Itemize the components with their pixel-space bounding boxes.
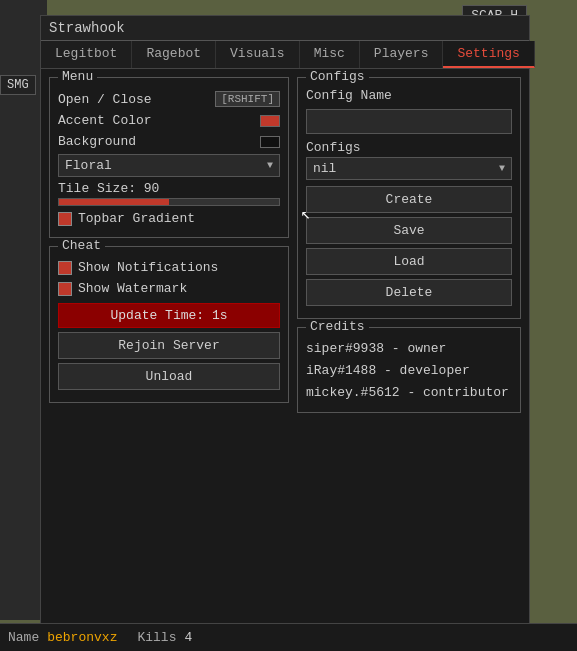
credits-text: siper#9938 - owner iRay#1488 - developer… bbox=[306, 338, 512, 404]
configs-label: Configs bbox=[306, 140, 512, 155]
accent-color-row: Accent Color bbox=[58, 110, 280, 131]
topbar-gradient-checkbox[interactable] bbox=[58, 212, 72, 226]
kills-value: 4 bbox=[184, 630, 192, 645]
show-notifications-label: Show Notifications bbox=[78, 260, 218, 275]
show-watermark-label: Show Watermark bbox=[78, 281, 187, 296]
configs-dropdown[interactable]: nil ▼ bbox=[306, 157, 512, 180]
tab-settings[interactable]: Settings bbox=[443, 41, 534, 68]
accent-color-swatch[interactable] bbox=[260, 115, 280, 127]
load-button[interactable]: Load bbox=[306, 248, 512, 275]
content-area: Menu Open / Close [RSHIFT] Accent Color … bbox=[41, 69, 529, 619]
configs-group: Configs Config Name Configs nil ▼ Create… bbox=[297, 77, 521, 319]
kills-label: Kills bbox=[137, 630, 176, 645]
smg-label: SMG bbox=[0, 75, 36, 95]
floral-dropdown[interactable]: Floral ▼ bbox=[58, 154, 280, 177]
status-kills-item: Kills 4 bbox=[137, 630, 192, 645]
credits-line3: mickey.#5612 - contributor bbox=[306, 382, 512, 404]
update-time-button[interactable]: Update Time: 1s bbox=[58, 303, 280, 328]
status-bar: Name bebronvxz Kills 4 bbox=[0, 623, 577, 651]
tab-misc[interactable]: Misc bbox=[300, 41, 360, 68]
show-notifications-checkbox[interactable] bbox=[58, 261, 72, 275]
background-swatch[interactable] bbox=[260, 136, 280, 148]
tab-players[interactable]: Players bbox=[360, 41, 444, 68]
configs-dropdown-value: nil bbox=[313, 161, 336, 176]
rejoin-server-button[interactable]: Rejoin Server bbox=[58, 332, 280, 359]
config-name-input[interactable] bbox=[306, 109, 512, 134]
right-column: Configs Config Name Configs nil ▼ Create… bbox=[297, 77, 521, 611]
title-bar: Strawhook bbox=[41, 16, 529, 41]
open-close-key: [RSHIFT] bbox=[215, 91, 280, 107]
cheat-group-title: Cheat bbox=[58, 238, 105, 253]
accent-color-label: Accent Color bbox=[58, 113, 152, 128]
background-label: Background bbox=[58, 134, 136, 149]
name-label: Name bbox=[8, 630, 39, 645]
show-watermark-checkbox[interactable] bbox=[58, 282, 72, 296]
delete-button[interactable]: Delete bbox=[306, 279, 512, 306]
menu-group: Menu Open / Close [RSHIFT] Accent Color … bbox=[49, 77, 289, 238]
create-button[interactable]: Create bbox=[306, 186, 512, 213]
window-title: Strawhook bbox=[49, 20, 125, 36]
show-watermark-row: Show Watermark bbox=[58, 278, 280, 299]
configs-chevron-down-icon: ▼ bbox=[499, 163, 505, 174]
menu-group-title: Menu bbox=[58, 69, 97, 84]
floral-dropdown-label: Floral bbox=[65, 158, 112, 173]
configs-group-title: Configs bbox=[306, 69, 369, 84]
tab-ragebot[interactable]: Ragebot bbox=[132, 41, 216, 68]
credits-group: Credits siper#9938 - owner iRay#1488 - d… bbox=[297, 327, 521, 413]
name-value: bebronvxz bbox=[47, 630, 117, 645]
credits-line2: iRay#1488 - developer bbox=[306, 360, 512, 382]
main-window: Strawhook Legitbot Ragebot Visuals Misc … bbox=[40, 15, 530, 625]
tile-size-label: Tile Size: 90 bbox=[58, 181, 280, 196]
credits-group-title: Credits bbox=[306, 319, 369, 334]
chevron-down-icon: ▼ bbox=[267, 160, 273, 171]
unload-button[interactable]: Unload bbox=[58, 363, 280, 390]
tab-legitbot[interactable]: Legitbot bbox=[41, 41, 132, 68]
tab-visuals[interactable]: Visuals bbox=[216, 41, 300, 68]
open-close-label: Open / Close bbox=[58, 92, 152, 107]
credits-line1: siper#9938 - owner bbox=[306, 338, 512, 360]
show-notifications-row: Show Notifications bbox=[58, 257, 280, 278]
tile-size-slider[interactable] bbox=[58, 198, 280, 206]
slider-fill bbox=[59, 199, 169, 205]
left-column: Menu Open / Close [RSHIFT] Accent Color … bbox=[49, 77, 289, 611]
status-name-item: Name bebronvxz bbox=[8, 630, 117, 645]
background-row: Background bbox=[58, 131, 280, 152]
topbar-gradient-label: Topbar Gradient bbox=[78, 211, 195, 226]
cheat-group: Cheat Show Notifications Show Watermark … bbox=[49, 246, 289, 403]
open-close-row: Open / Close [RSHIFT] bbox=[58, 88, 280, 110]
save-button[interactable]: Save bbox=[306, 217, 512, 244]
tab-bar: Legitbot Ragebot Visuals Misc Players Se… bbox=[41, 41, 529, 69]
config-name-label: Config Name bbox=[306, 88, 512, 103]
topbar-gradient-row: Topbar Gradient bbox=[58, 208, 280, 229]
